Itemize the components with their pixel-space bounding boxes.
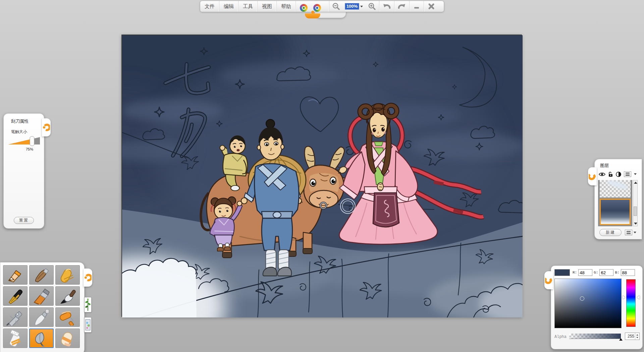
close-x-icon xyxy=(428,3,435,10)
saturation-value-field[interactable] xyxy=(554,279,622,328)
scrollbar-thumb[interactable] xyxy=(634,207,637,216)
panel-handle-icon xyxy=(84,273,92,283)
main-toolbar: 文件 编辑 工具 视图 帮助 100% xyxy=(200,1,444,12)
tool-ink-brush[interactable] xyxy=(55,286,80,306)
zoom-in-magnifier-icon xyxy=(368,2,376,10)
layer-list xyxy=(598,180,632,226)
palette-drag-handle[interactable] xyxy=(84,269,92,287)
logo-left-eye-icon xyxy=(300,4,308,12)
red-input[interactable] xyxy=(578,269,592,276)
layer-options-button[interactable] xyxy=(625,230,632,235)
new-layer-button[interactable]: 新建 xyxy=(599,229,622,236)
undo-button[interactable] xyxy=(379,1,394,12)
tool-paint-roller[interactable] xyxy=(55,307,80,327)
menu-file[interactable]: 文件 xyxy=(200,1,219,12)
layers-panel: 图层 新建 xyxy=(594,159,642,239)
green-input[interactable] xyxy=(599,269,613,276)
scroll-up-icon[interactable] xyxy=(634,182,637,184)
brush-size-slider[interactable] xyxy=(8,136,41,146)
zoom-level-field[interactable]: 100% xyxy=(343,1,365,12)
visibility-eye-icon[interactable] xyxy=(599,172,605,177)
close-button[interactable] xyxy=(424,1,439,12)
tool-palette-panel xyxy=(0,262,85,352)
flat-brush-icon xyxy=(32,288,52,304)
current-color-swatch xyxy=(554,269,570,276)
charcoal-icon xyxy=(32,267,52,283)
scraper-properties-panel: 刮刀属性 笔触大小 75% 重置 xyxy=(3,113,44,229)
menu-tools[interactable]: 工具 xyxy=(238,1,258,12)
redo-button[interactable] xyxy=(394,1,409,12)
tool-fountain-pen[interactable] xyxy=(3,286,28,306)
undo-arrow-icon xyxy=(382,2,391,10)
alpha-marker-icon[interactable] xyxy=(619,338,623,341)
tool-paint-jar[interactable] xyxy=(3,329,28,348)
blue-label: B: xyxy=(615,271,619,275)
panel-drag-handle[interactable] xyxy=(42,118,51,136)
ink-brush-icon xyxy=(58,288,78,304)
picture-stamp-button[interactable] xyxy=(84,317,92,333)
airbrush-icon xyxy=(5,309,25,326)
crayon-icon xyxy=(58,267,78,283)
tool-crayon[interactable] xyxy=(55,265,80,285)
panel-handle-icon xyxy=(589,171,596,181)
alpha-slider[interactable] xyxy=(569,334,621,339)
green-label: G: xyxy=(594,271,598,275)
zoom-dropdown-caret-icon[interactable] xyxy=(360,6,363,7)
tool-eraser[interactable] xyxy=(55,329,80,348)
logo-smile-icon xyxy=(305,13,320,18)
color-selection-marker[interactable] xyxy=(580,296,584,301)
layer-options-caret-icon[interactable] xyxy=(634,232,636,233)
tool-pencil[interactable] xyxy=(3,265,28,285)
hue-marker-right-icon[interactable] xyxy=(637,295,640,299)
palette-knife-icon xyxy=(32,309,52,326)
zoom-out-magnifier-icon xyxy=(332,2,340,10)
panel-handle-icon xyxy=(545,275,552,285)
blue-input[interactable] xyxy=(621,269,635,276)
plant-stamp-button[interactable] xyxy=(84,297,92,312)
tool-charcoal[interactable] xyxy=(29,265,54,285)
tool-airbrush[interactable] xyxy=(3,307,28,327)
color-drag-handle[interactable] xyxy=(544,271,553,289)
alpha-spinner[interactable]: 255 xyxy=(625,333,640,340)
unlock-padlock-icon[interactable] xyxy=(608,171,613,177)
qixi-painting: 七夕 xyxy=(122,35,523,317)
layer-item-sketch[interactable] xyxy=(600,180,631,197)
zoom-level-value: 100% xyxy=(345,3,359,10)
reset-button[interactable]: 重置 xyxy=(14,217,34,224)
paint-jar-icon xyxy=(5,330,25,347)
layer-menu-caret-icon[interactable] xyxy=(634,173,637,175)
tool-flat-brush[interactable] xyxy=(29,286,54,306)
tool-scraper[interactable] xyxy=(29,329,54,348)
redo-arrow-icon xyxy=(397,2,406,10)
hue-marker-left-icon[interactable] xyxy=(623,295,625,299)
plant-stamp-icon xyxy=(85,298,91,311)
opacity-half-circle-icon[interactable] xyxy=(616,172,621,177)
zoom-out-button[interactable] xyxy=(329,1,343,12)
drawing-canvas[interactable]: 七夕 xyxy=(121,35,522,317)
paint-roller-icon xyxy=(58,309,78,326)
fountain-pen-icon xyxy=(5,288,25,304)
color-picker-panel: R: G: B: Alpha 255 xyxy=(551,266,643,349)
menu-help[interactable]: 帮助 xyxy=(277,1,296,12)
alpha-value: 255 xyxy=(625,333,635,340)
brush-size-value: 75% xyxy=(26,147,33,151)
pencil-icon xyxy=(5,267,25,283)
zoom-in-button[interactable] xyxy=(365,1,379,12)
alpha-spin-up-icon[interactable] xyxy=(636,334,638,336)
minimize-button[interactable] xyxy=(410,1,424,12)
tool-palette-knife[interactable] xyxy=(29,307,54,327)
app-logo xyxy=(296,1,329,12)
alpha-label: Alpha xyxy=(554,335,567,339)
layers-drag-handle[interactable] xyxy=(588,167,597,185)
layer-scrollbar[interactable] xyxy=(633,180,638,226)
hue-bar[interactable] xyxy=(626,279,636,327)
alpha-spin-down-icon[interactable] xyxy=(636,337,638,338)
menu-edit[interactable]: 编辑 xyxy=(219,1,238,12)
panel-handle-icon xyxy=(43,122,50,132)
scroll-down-icon[interactable] xyxy=(634,223,637,225)
menu-view[interactable]: 视图 xyxy=(258,1,277,12)
picture-stamp-icon xyxy=(85,318,91,332)
slider-handle[interactable] xyxy=(30,136,34,146)
layer-menu-button[interactable] xyxy=(624,171,631,177)
layer-item-painting-selected[interactable] xyxy=(600,199,631,225)
